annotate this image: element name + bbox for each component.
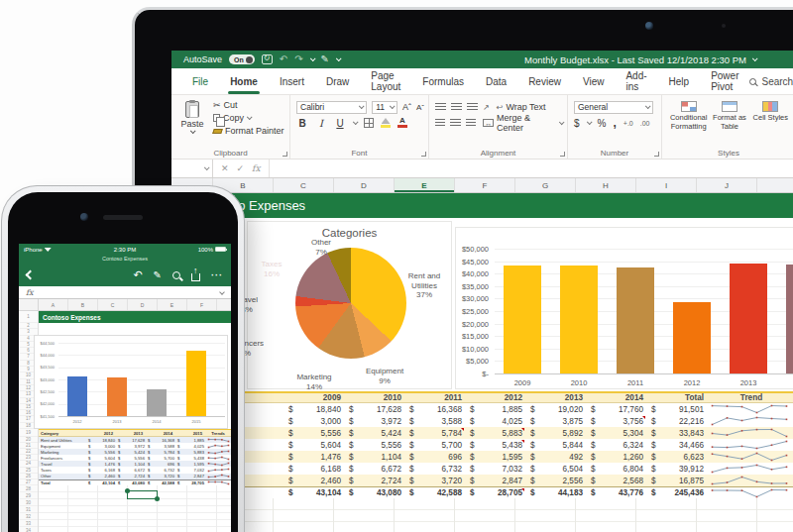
mobile-row-label[interactable]: Marketing bbox=[39, 450, 86, 455]
cell-marketing-2010[interactable]: $5,424 bbox=[344, 427, 404, 439]
cell-marketing-2012[interactable]: $5,883 bbox=[465, 427, 525, 439]
mobile-cell[interactable]: $3,720 bbox=[146, 474, 175, 479]
redo-dropdown-icon[interactable] bbox=[309, 55, 315, 61]
mobile-cell[interactable]: $2,460 bbox=[86, 474, 116, 479]
mobile-cell[interactable]: $1,476 bbox=[86, 462, 116, 467]
cell-rent-and-utilities-2009[interactable]: $18,840 bbox=[283, 403, 344, 415]
cell-freelancers-2009[interactable]: $5,604 bbox=[283, 439, 344, 451]
tab-insert[interactable]: Insert bbox=[269, 68, 315, 94]
mobile-cell[interactable]: $3,000 bbox=[86, 444, 116, 449]
paste-dropdown-icon[interactable] bbox=[190, 128, 196, 134]
cell-other-total[interactable]: $16,875 bbox=[646, 475, 707, 486]
mobile-header-category[interactable]: Category bbox=[39, 431, 86, 436]
cell-taxes-2013[interactable]: $6,504 bbox=[525, 463, 586, 475]
cell-freelancers-2012[interactable]: $5,438 bbox=[465, 439, 525, 451]
cell-equipment-2013[interactable]: $3,875 bbox=[525, 415, 586, 427]
cell-freelancers-2010[interactable]: $5,556 bbox=[344, 439, 404, 451]
align-right-icon[interactable] bbox=[466, 119, 476, 127]
mobile-cell[interactable]: $6,732 bbox=[146, 468, 175, 473]
sheet-title-cell[interactable]: Contoso Expenses bbox=[171, 193, 793, 218]
mobile-cell[interactable]: $5,883 bbox=[175, 450, 205, 455]
column-header-e[interactable]: E bbox=[395, 178, 455, 192]
font-color-button[interactable]: A bbox=[397, 118, 407, 128]
mobile-row-label[interactable]: Travel bbox=[39, 462, 86, 467]
mobile-cell[interactable]: $4,025 bbox=[175, 444, 205, 449]
mobile-bar-chart[interactable]: $44,500$44,000$43,500$43,000$42,500$42,0… bbox=[34, 335, 228, 429]
mobile-cell[interactable]: $5,438 bbox=[175, 456, 205, 461]
copy-button[interactable]: Copy bbox=[213, 112, 284, 124]
cell-equipment-2012[interactable]: $4,025 bbox=[465, 415, 525, 427]
trend-cell[interactable] bbox=[707, 463, 793, 475]
mobile-cell[interactable]: $3,588 bbox=[146, 444, 175, 449]
cell-other-2012[interactable]: $2,847 bbox=[465, 475, 525, 486]
back-icon[interactable] bbox=[26, 270, 36, 280]
mobile-selection-range[interactable] bbox=[127, 490, 158, 499]
font-size-combo[interactable]: 11 bbox=[372, 101, 397, 114]
cell-other-2014[interactable]: $2,568 bbox=[586, 475, 646, 486]
wrap-text-button[interactable]: ↩ Wrap Text bbox=[497, 102, 546, 112]
borders-icon[interactable] bbox=[364, 118, 374, 128]
cell-marketing-2011[interactable]: $5,784 bbox=[404, 427, 465, 439]
trend-cell[interactable] bbox=[707, 439, 793, 451]
comma-format-button[interactable]: , bbox=[613, 116, 616, 130]
mobile-cell[interactable]: $5,784 bbox=[146, 450, 175, 455]
trend-cell[interactable] bbox=[707, 475, 793, 486]
mobile-cell[interactable]: $1,104 bbox=[116, 462, 146, 467]
confirm-entry-icon[interactable]: ✓ bbox=[237, 163, 245, 173]
mobile-cell[interactable]: $5,424 bbox=[116, 450, 146, 455]
mobile-cell[interactable]: $1,595 bbox=[175, 462, 205, 467]
column-header-d[interactable]: D bbox=[334, 178, 395, 192]
name-box[interactable] bbox=[171, 160, 213, 177]
worksheet[interactable]: Contoso Expenses Categories Rent and Uti… bbox=[171, 193, 793, 532]
mobile-column-header-b[interactable]: B bbox=[68, 299, 98, 310]
cell-equipment-total[interactable]: $22,216 bbox=[646, 415, 707, 427]
font-dialog-launcher-icon[interactable] bbox=[421, 152, 426, 157]
cell-total-total[interactable]: $245,436 bbox=[646, 487, 707, 498]
mobile-undo-icon[interactable]: ↶ bbox=[133, 268, 142, 281]
mobile-cell[interactable]: $16,368 bbox=[146, 438, 175, 443]
cell-total-2011[interactable]: $42,588 bbox=[404, 487, 465, 498]
align-left-icon[interactable] bbox=[435, 119, 445, 127]
mobile-row-header-28[interactable]: 28 bbox=[19, 485, 38, 492]
mobile-sheet-title-cell[interactable]: Contoso Expenses bbox=[39, 311, 231, 323]
selection-handle-top[interactable] bbox=[125, 488, 130, 493]
save-icon[interactable] bbox=[262, 54, 273, 64]
tab-draw[interactable]: Draw bbox=[315, 68, 360, 94]
mobile-cell[interactable]: $1,885 bbox=[175, 438, 205, 443]
mobile-row-header-1[interactable]: 1 bbox=[19, 311, 38, 323]
currency-format-button[interactable]: $ bbox=[574, 118, 580, 129]
cell-taxes-2011[interactable]: $6,732 bbox=[404, 463, 465, 475]
cell-travel-2012[interactable]: $1,595 bbox=[465, 451, 525, 463]
cell-freelancers-total[interactable]: $34,466 bbox=[646, 439, 707, 451]
mobile-column-header-d[interactable]: D bbox=[128, 299, 158, 310]
header-2009[interactable]: 2009 bbox=[283, 393, 344, 402]
header-2013[interactable]: 2013 bbox=[525, 393, 586, 402]
mobile-row-label[interactable]: Taxes bbox=[39, 468, 86, 473]
cell-taxes-2009[interactable]: $6,168 bbox=[283, 463, 344, 475]
column-header-f[interactable]: F bbox=[455, 178, 515, 192]
mobile-worksheet[interactable]: 1234567891011121314151617181920212223242… bbox=[19, 311, 231, 532]
cell-total-2010[interactable]: $43,080 bbox=[344, 487, 404, 498]
number-dialog-launcher-icon[interactable] bbox=[654, 152, 659, 157]
cell-marketing-2014[interactable]: $5,304 bbox=[586, 427, 646, 439]
cell-rent-and-utilities-2012[interactable]: $1,885 bbox=[465, 403, 525, 415]
merge-center-button[interactable]: ↔ Merge & Center bbox=[483, 113, 563, 133]
autosave-toggle[interactable]: On bbox=[229, 54, 255, 64]
mobile-cell[interactable]: $3,972 bbox=[116, 444, 146, 449]
trend-cell[interactable] bbox=[707, 403, 793, 415]
cell-other-2013[interactable]: $2,556 bbox=[525, 475, 586, 486]
mobile-header-trends[interactable]: Trends bbox=[205, 431, 231, 436]
search-box[interactable]: Search bbox=[749, 76, 793, 87]
cell-travel-total[interactable]: $6,623 bbox=[646, 451, 707, 463]
column-header-c[interactable]: C bbox=[274, 178, 334, 192]
insert-function-icon[interactable]: fx bbox=[252, 163, 260, 173]
trend-cell[interactable] bbox=[707, 427, 793, 439]
orientation-icon[interactable]: ↗ bbox=[483, 103, 490, 112]
header-2014[interactable]: 2014 bbox=[586, 393, 646, 402]
mobile-search-icon[interactable] bbox=[172, 271, 180, 279]
align-center-icon[interactable] bbox=[450, 119, 460, 127]
underline-button[interactable]: U bbox=[334, 118, 346, 129]
cell-equipment-2010[interactable]: $3,972 bbox=[344, 415, 404, 427]
mobile-row-label[interactable]: Other bbox=[39, 474, 86, 479]
tab-review[interactable]: Review bbox=[517, 68, 572, 94]
